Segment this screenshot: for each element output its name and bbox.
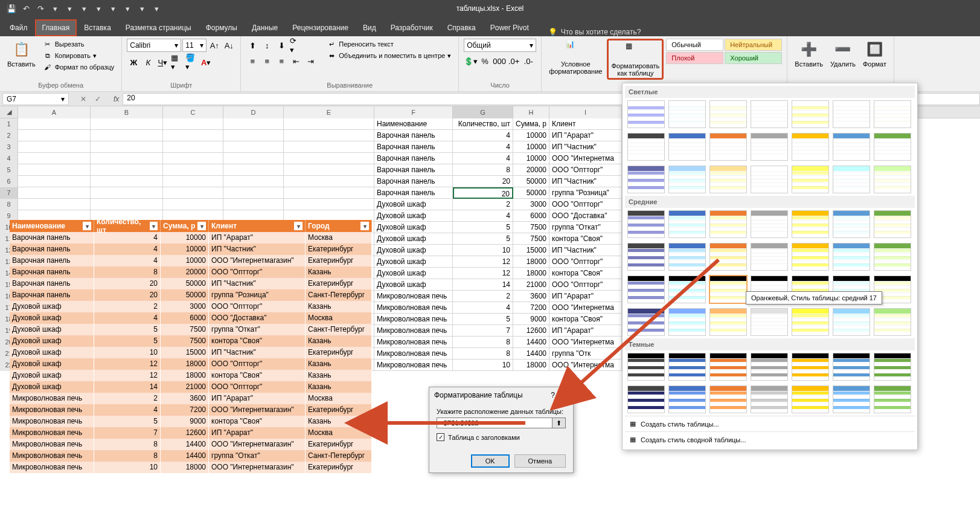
cell[interactable] [223,199,284,210]
cell[interactable]: ИП "Частник" [549,141,622,153]
qa-btn[interactable]: ▾ [92,2,105,15]
cell[interactable]: ООО "Интернетма [549,360,622,371]
table-style-swatch[interactable] [874,308,911,336]
table-style-swatch[interactable] [833,385,870,413]
cell[interactable]: Микроволновая печь [374,314,453,325]
underline-button[interactable]: Ч ▾ [156,56,169,69]
cell[interactable] [91,153,163,164]
row-header[interactable]: 6 [0,176,18,187]
table-style-swatch[interactable] [627,308,665,336]
cell[interactable] [284,141,374,153]
table-style-swatch[interactable] [709,276,747,303]
help-icon[interactable]: ? [551,391,555,399]
table-style-swatch[interactable] [668,385,706,413]
cell[interactable]: Духовой шкаф [374,222,453,233]
decrease-font-icon[interactable]: A↓ [222,39,235,52]
cell[interactable]: 8 [453,337,513,348]
cancel-formula-icon[interactable]: ✕ [76,95,91,103]
font-color-button[interactable]: A ▾ [199,56,213,69]
cell[interactable] [91,199,163,210]
table-style-swatch[interactable] [668,166,706,193]
cell[interactable]: 15000 [513,245,549,256]
copy-button[interactable]: ⧉Копировать ▾ [40,50,117,61]
cell[interactable] [91,187,163,199]
cell[interactable]: ООО "Интернетма [549,337,622,348]
cell[interactable] [223,164,284,176]
cell[interactable] [91,164,163,176]
style-normal[interactable]: Обычный [666,39,723,51]
cell[interactable]: Духовой шкаф [374,199,453,210]
qa-btn[interactable]: ▾ [150,2,163,15]
cell[interactable]: Духовой шкаф [374,233,453,245]
table-style-swatch[interactable] [792,133,829,161]
table-style-swatch[interactable] [874,166,911,193]
wrap-text-button[interactable]: ↵Переносить текст [324,39,453,50]
tab-help[interactable]: Справка [440,19,483,36]
col-header[interactable]: F [374,106,453,118]
tab-review[interactable]: Рецензирование [285,19,356,36]
cell[interactable]: ООО "Доставка" [549,210,622,222]
table-style-swatch[interactable] [709,385,747,413]
table-style-swatch[interactable] [874,353,911,381]
increase-decimal-icon[interactable]: .0+ [507,54,520,68]
col-header[interactable]: H [513,106,549,118]
conditional-formatting-button[interactable]: 📊 Условное форматирование [546,39,604,76]
cell[interactable]: 8 [453,348,513,360]
cell[interactable] [163,141,223,153]
cell[interactable]: 10000 [513,153,549,164]
table-style-swatch[interactable] [709,308,747,336]
fill-color-button[interactable]: 🪣 ▾ [185,56,198,69]
col-header[interactable]: I [549,106,622,118]
style-bad[interactable]: Плохой [666,52,723,64]
table-style-swatch[interactable] [668,133,706,161]
table-style-swatch[interactable] [709,243,747,271]
cell[interactable]: 14 [453,279,513,291]
cell[interactable]: 6000 [513,210,549,222]
col-header[interactable]: E [284,106,374,118]
qa-btn[interactable]: ▾ [77,2,91,15]
table-style-swatch[interactable] [792,100,829,128]
table-style-swatch[interactable] [709,210,747,238]
table-style-swatch[interactable] [833,308,870,336]
new-pivot-style[interactable]: ▦ Создать стиль сводной таблицы... [625,431,915,447]
cell[interactable] [284,130,374,141]
table-style-swatch[interactable] [874,100,911,128]
cell[interactable]: Варочная панель [374,176,453,187]
table-style-swatch[interactable] [627,100,665,128]
cell[interactable] [18,164,91,176]
fx-icon[interactable]: fx [110,95,123,103]
table-style-swatch[interactable] [751,100,788,128]
cell[interactable]: 10000 [513,141,549,153]
style-neutral[interactable]: Нейтральный [725,39,782,51]
qa-btn[interactable]: ▾ [48,2,62,15]
cell[interactable] [18,176,91,187]
cell[interactable] [223,141,284,153]
cell[interactable]: 2 [453,291,513,302]
font-size-combo[interactable]: 11 ▾ [182,39,207,52]
row-header[interactable]: 3 [0,141,18,153]
table-style-swatch[interactable] [668,276,706,303]
cell[interactable] [18,130,91,141]
cell[interactable] [163,187,223,199]
cell-styles-gallery[interactable]: Обычный Нейтральный Плохой Хороший [666,39,782,64]
cell[interactable]: Микроволновая печь [374,291,453,302]
cell[interactable]: 5 [453,314,513,325]
cell[interactable] [91,130,163,141]
cell[interactable] [223,118,284,130]
cell[interactable]: ИП "Частник" [549,176,622,187]
align-center-icon[interactable]: ≡ [260,54,274,68]
select-all-corner[interactable]: ◢ [0,106,18,118]
table-style-swatch[interactable] [874,210,911,238]
cell[interactable]: 2 [453,199,513,210]
cell[interactable]: 20 [453,187,513,199]
range-input[interactable]: =$F$1:$J$22 [437,418,552,428]
cell[interactable]: контора "Своя" [549,314,622,325]
table-style-swatch[interactable] [751,308,788,336]
delete-cells-button[interactable]: ➖Удалить [828,39,858,69]
cell[interactable] [284,153,374,164]
cell[interactable]: Количество, шт [453,118,513,130]
align-left-icon[interactable]: ≡ [246,54,259,68]
table-style-swatch[interactable] [751,353,788,381]
cancel-button[interactable]: Отмена [514,454,566,468]
cell[interactable]: 21000 [513,279,549,291]
